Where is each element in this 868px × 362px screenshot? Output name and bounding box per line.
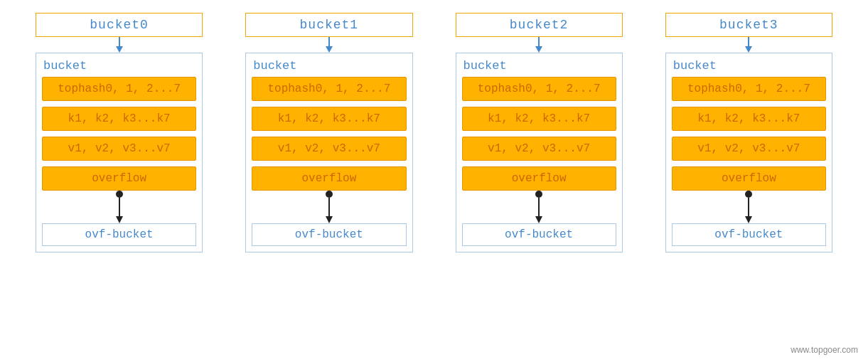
ovf-bucket-3: ovf-bucket [672, 223, 826, 246]
bucket-3-column: bucket tophash0, 1, 2...7 k1, k2, k3...k… [665, 53, 832, 252]
bucket-1-overflow: overflow [252, 166, 406, 191]
bucket-1-label: bucket [252, 59, 406, 73]
svg-marker-3 [326, 46, 333, 53]
header-bucket3: bucket3 [665, 13, 832, 37]
arrow-down-2 [456, 37, 623, 53]
diagram-container: bucket0 bucket1 bucket2 bucket3 [0, 0, 868, 260]
bucket-2-overflow: overflow [462, 166, 616, 191]
bucket-1-values: v1, v2, v3...v7 [252, 137, 406, 161]
svg-marker-5 [535, 46, 542, 53]
ovf-bucket-1: ovf-bucket [252, 223, 406, 246]
watermark: www.topgoer.com [791, 345, 858, 355]
bucket-0-overflow: overflow [42, 166, 196, 191]
bucket-1-column: bucket tophash0, 1, 2...7 k1, k2, k3...k… [245, 53, 412, 252]
bucket-2-values: v1, v2, v3...v7 [462, 137, 616, 161]
bucket-0-keys: k1, k2, k3...k7 [42, 107, 196, 131]
bucket-3-overflow: overflow [672, 166, 826, 191]
overflow-arrow-2 [533, 198, 545, 223]
bucket-0-tophash: tophash0, 1, 2...7 [42, 77, 196, 101]
header-arrow-row [14, 37, 854, 53]
header-bucket2: bucket2 [456, 13, 623, 37]
arrow-down-3 [665, 37, 832, 53]
bucket-3-label: bucket [672, 59, 826, 73]
bucket-0-values: v1, v2, v3...v7 [42, 137, 196, 161]
svg-marker-7 [745, 46, 752, 53]
bucket-2-tophash: tophash0, 1, 2...7 [462, 77, 616, 101]
overflow-dot-1 [326, 191, 333, 198]
header-bucket0: bucket0 [36, 13, 203, 37]
bucket-2-keys: k1, k2, k3...k7 [462, 107, 616, 131]
bucket-1-tophash: tophash0, 1, 2...7 [252, 77, 406, 101]
svg-marker-15 [745, 216, 752, 223]
overflow-arrow-3 [743, 198, 754, 223]
bucket-1-keys: k1, k2, k3...k7 [252, 107, 406, 131]
svg-marker-13 [535, 216, 542, 223]
svg-marker-1 [116, 46, 123, 53]
header-bucket1: bucket1 [245, 13, 412, 37]
bucket-3-keys: k1, k2, k3...k7 [672, 107, 826, 131]
bucket-0-column: bucket tophash0, 1, 2...7 k1, k2, k3...k… [36, 53, 203, 252]
svg-marker-9 [116, 216, 123, 223]
arrow-down-0 [36, 37, 203, 53]
bucket-0-label: bucket [42, 59, 196, 73]
header-row: bucket0 bucket1 bucket2 bucket3 [14, 13, 854, 37]
buckets-row: bucket tophash0, 1, 2...7 k1, k2, k3...k… [14, 53, 854, 252]
overflow-dot-3 [745, 191, 752, 198]
ovf-bucket-2: ovf-bucket [462, 223, 616, 246]
bucket-3-values: v1, v2, v3...v7 [672, 137, 826, 161]
svg-marker-11 [326, 216, 333, 223]
overflow-arrow-0 [114, 198, 125, 223]
overflow-dot-0 [116, 191, 123, 198]
arrow-down-1 [245, 37, 412, 53]
overflow-dot-2 [535, 191, 542, 198]
ovf-bucket-0: ovf-bucket [42, 223, 196, 246]
bucket-3-tophash: tophash0, 1, 2...7 [672, 77, 826, 101]
bucket-2-label: bucket [462, 59, 616, 73]
overflow-arrow-1 [323, 198, 335, 223]
bucket-2-column: bucket tophash0, 1, 2...7 k1, k2, k3...k… [456, 53, 623, 252]
